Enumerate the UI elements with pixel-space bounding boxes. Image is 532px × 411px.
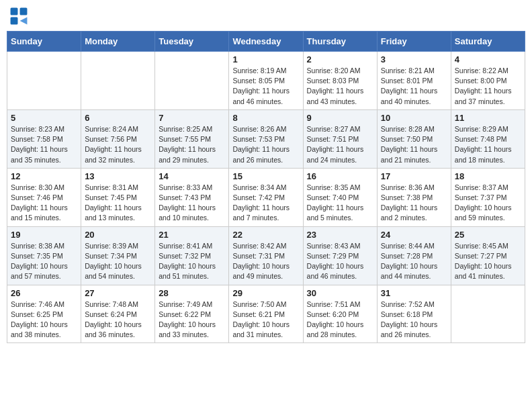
logo (9, 7, 31, 26)
day-number: 28 (159, 288, 225, 298)
day-info: Sunrise: 8:20 AM Sunset: 8:03 PM Dayligh… (307, 66, 373, 107)
day-number: 14 (159, 171, 225, 181)
calendar-cell: 9Sunrise: 8:27 AM Sunset: 7:51 PM Daylig… (303, 109, 377, 168)
day-of-week-wednesday: Wednesday (229, 32, 303, 52)
day-info: Sunrise: 8:35 AM Sunset: 7:40 PM Dayligh… (307, 183, 373, 224)
day-number: 7 (159, 113, 225, 123)
day-info: Sunrise: 7:48 AM Sunset: 6:24 PM Dayligh… (85, 300, 151, 340)
calendar-week-row: 19Sunrise: 8:38 AM Sunset: 7:35 PM Dayli… (7, 226, 525, 285)
day-number: 2 (307, 54, 373, 64)
day-info: Sunrise: 8:39 AM Sunset: 7:34 PM Dayligh… (85, 241, 151, 282)
calendar-cell: 14Sunrise: 8:33 AM Sunset: 7:43 PM Dayli… (155, 168, 229, 226)
day-number: 24 (381, 230, 447, 240)
day-of-week-tuesday: Tuesday (155, 32, 229, 52)
day-number: 27 (85, 288, 151, 298)
day-info: Sunrise: 7:50 AM Sunset: 6:21 PM Dayligh… (232, 300, 299, 340)
day-number: 30 (307, 288, 373, 298)
day-of-week-friday: Friday (377, 32, 451, 52)
day-info: Sunrise: 7:52 AM Sunset: 6:18 PM Dayligh… (381, 300, 447, 340)
day-info: Sunrise: 8:25 AM Sunset: 7:55 PM Dayligh… (159, 124, 225, 165)
day-number: 8 (232, 113, 299, 123)
calendar-cell: 21Sunrise: 8:41 AM Sunset: 7:32 PM Dayli… (155, 226, 229, 285)
day-info: Sunrise: 8:27 AM Sunset: 7:51 PM Dayligh… (307, 124, 373, 165)
day-info: Sunrise: 8:38 AM Sunset: 7:35 PM Dayligh… (11, 241, 77, 282)
calendar-cell: 2Sunrise: 8:20 AM Sunset: 8:03 PM Daylig… (303, 52, 377, 110)
calendar-cell: 29Sunrise: 7:50 AM Sunset: 6:21 PM Dayli… (229, 285, 303, 343)
day-info: Sunrise: 8:41 AM Sunset: 7:32 PM Dayligh… (159, 241, 225, 282)
day-number: 5 (11, 113, 77, 123)
day-number: 17 (381, 171, 447, 181)
day-info: Sunrise: 7:51 AM Sunset: 6:20 PM Dayligh… (307, 300, 373, 340)
calendar-cell: 6Sunrise: 8:24 AM Sunset: 7:56 PM Daylig… (81, 109, 155, 168)
day-info: Sunrise: 8:23 AM Sunset: 7:58 PM Dayligh… (11, 124, 77, 165)
calendar-cell: 31Sunrise: 7:52 AM Sunset: 6:18 PM Dayli… (377, 285, 451, 343)
day-number: 10 (381, 113, 447, 123)
logo-icon (9, 7, 28, 26)
day-number: 31 (381, 288, 447, 298)
calendar-cell: 24Sunrise: 8:44 AM Sunset: 7:28 PM Dayli… (377, 226, 451, 285)
svg-rect-0 (11, 8, 18, 15)
calendar-cell (81, 52, 155, 110)
day-of-week-thursday: Thursday (303, 32, 377, 52)
day-info: Sunrise: 8:29 AM Sunset: 7:48 PM Dayligh… (455, 124, 521, 165)
day-number: 29 (232, 288, 299, 298)
day-info: Sunrise: 8:19 AM Sunset: 8:05 PM Dayligh… (232, 66, 299, 107)
calendar-cell: 30Sunrise: 7:51 AM Sunset: 6:20 PM Dayli… (303, 285, 377, 343)
day-number: 20 (85, 230, 151, 240)
day-number: 25 (455, 230, 521, 240)
day-info: Sunrise: 8:43 AM Sunset: 7:29 PM Dayligh… (307, 241, 373, 282)
calendar-week-row: 26Sunrise: 7:46 AM Sunset: 6:25 PM Dayli… (7, 285, 525, 343)
day-number: 12 (11, 171, 77, 181)
calendar-cell (451, 285, 525, 343)
calendar-cell: 11Sunrise: 8:29 AM Sunset: 7:48 PM Dayli… (451, 109, 525, 168)
day-number: 18 (455, 171, 521, 181)
day-number: 3 (381, 54, 447, 64)
svg-rect-2 (11, 17, 18, 25)
day-info: Sunrise: 8:24 AM Sunset: 7:56 PM Dayligh… (85, 124, 151, 165)
day-number: 4 (455, 54, 521, 64)
day-of-week-saturday: Saturday (451, 32, 525, 52)
day-number: 13 (85, 171, 151, 181)
calendar-cell: 10Sunrise: 8:28 AM Sunset: 7:50 PM Dayli… (377, 109, 451, 168)
calendar-cell: 15Sunrise: 8:34 AM Sunset: 7:42 PM Dayli… (229, 168, 303, 226)
calendar-header-row: SundayMondayTuesdayWednesdayThursdayFrid… (7, 32, 525, 52)
day-number: 26 (11, 288, 77, 298)
calendar-cell: 13Sunrise: 8:31 AM Sunset: 7:45 PM Dayli… (81, 168, 155, 226)
day-info: Sunrise: 8:21 AM Sunset: 8:01 PM Dayligh… (381, 66, 447, 107)
day-of-week-sunday: Sunday (7, 32, 81, 52)
calendar-cell: 19Sunrise: 8:38 AM Sunset: 7:35 PM Dayli… (7, 226, 81, 285)
calendar-cell: 26Sunrise: 7:46 AM Sunset: 6:25 PM Dayli… (7, 285, 81, 343)
day-info: Sunrise: 8:37 AM Sunset: 7:37 PM Dayligh… (455, 183, 521, 224)
calendar-week-row: 5Sunrise: 8:23 AM Sunset: 7:58 PM Daylig… (7, 109, 525, 168)
day-info: Sunrise: 8:34 AM Sunset: 7:42 PM Dayligh… (232, 183, 299, 224)
day-number: 15 (232, 171, 299, 181)
calendar-cell: 20Sunrise: 8:39 AM Sunset: 7:34 PM Dayli… (81, 226, 155, 285)
calendar: SundayMondayTuesdayWednesdayThursdayFrid… (7, 31, 525, 343)
calendar-cell: 17Sunrise: 8:36 AM Sunset: 7:38 PM Dayli… (377, 168, 451, 226)
day-info: Sunrise: 8:44 AM Sunset: 7:28 PM Dayligh… (381, 241, 447, 282)
day-info: Sunrise: 8:30 AM Sunset: 7:46 PM Dayligh… (11, 183, 77, 224)
calendar-cell: 4Sunrise: 8:22 AM Sunset: 8:00 PM Daylig… (451, 52, 525, 110)
calendar-cell: 28Sunrise: 7:49 AM Sunset: 6:22 PM Dayli… (155, 285, 229, 343)
day-info: Sunrise: 8:36 AM Sunset: 7:38 PM Dayligh… (381, 183, 447, 224)
day-info: Sunrise: 7:46 AM Sunset: 6:25 PM Dayligh… (11, 300, 77, 340)
day-info: Sunrise: 8:22 AM Sunset: 8:00 PM Dayligh… (455, 66, 521, 107)
calendar-cell: 1Sunrise: 8:19 AM Sunset: 8:05 PM Daylig… (229, 52, 303, 110)
day-number: 19 (11, 230, 77, 240)
calendar-cell: 7Sunrise: 8:25 AM Sunset: 7:55 PM Daylig… (155, 109, 229, 168)
day-number: 6 (85, 113, 151, 123)
day-info: Sunrise: 8:45 AM Sunset: 7:27 PM Dayligh… (455, 241, 521, 282)
day-number: 23 (307, 230, 373, 240)
day-info: Sunrise: 8:26 AM Sunset: 7:53 PM Dayligh… (232, 124, 299, 165)
day-info: Sunrise: 8:28 AM Sunset: 7:50 PM Dayligh… (381, 124, 447, 165)
day-number: 21 (159, 230, 225, 240)
calendar-cell: 23Sunrise: 8:43 AM Sunset: 7:29 PM Dayli… (303, 226, 377, 285)
calendar-cell: 3Sunrise: 8:21 AM Sunset: 8:01 PM Daylig… (377, 52, 451, 110)
calendar-cell: 27Sunrise: 7:48 AM Sunset: 6:24 PM Dayli… (81, 285, 155, 343)
calendar-cell: 18Sunrise: 8:37 AM Sunset: 7:37 PM Dayli… (451, 168, 525, 226)
calendar-week-row: 1Sunrise: 8:19 AM Sunset: 8:05 PM Daylig… (7, 52, 525, 110)
calendar-cell (155, 52, 229, 110)
svg-rect-1 (20, 8, 28, 15)
day-number: 9 (307, 113, 373, 123)
calendar-cell: 8Sunrise: 8:26 AM Sunset: 7:53 PM Daylig… (229, 109, 303, 168)
